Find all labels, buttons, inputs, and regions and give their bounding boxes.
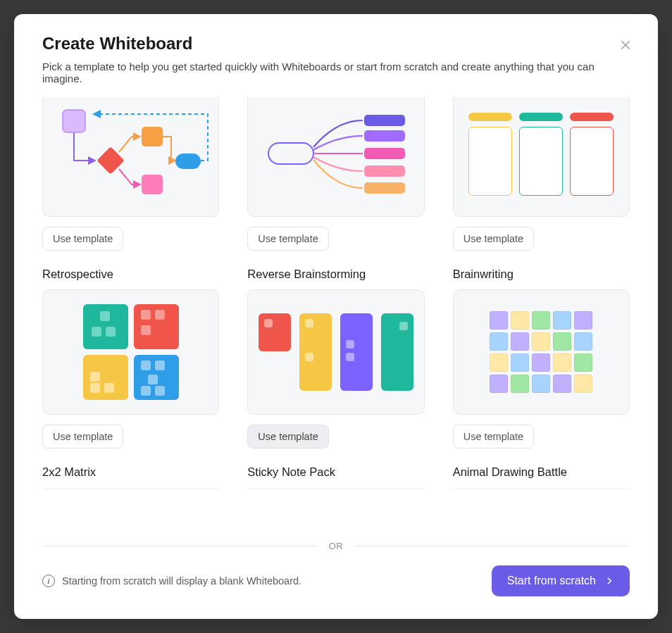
template-card-concept-mapping: Concept Mapping (247, 97, 424, 251)
templates-scroll-area[interactable]: Flow Chart (14, 97, 658, 527)
svg-rect-2 (63, 110, 85, 132)
template-preview-brainwriting[interactable] (453, 289, 630, 415)
svg-rect-9 (364, 130, 405, 142)
template-card-reverse-brainstorming: Reverse Brainstorming (247, 268, 424, 449)
template-card-animal-drawing-battle: Animal Drawing Battle Use template (453, 465, 630, 489)
chevron-right-icon (604, 576, 614, 586)
use-template-button[interactable]: Use template (247, 425, 328, 449)
template-title: Retrospective (42, 268, 219, 281)
templates-grid: Flow Chart (42, 97, 630, 489)
template-title: Brainwriting (453, 268, 630, 281)
template-title: 2x2 Matrix (42, 465, 219, 489)
svg-rect-12 (364, 182, 405, 194)
info-icon: i (42, 575, 55, 587)
start-from-scratch-label: Start from scratch (507, 575, 596, 587)
use-template-button[interactable]: Use template (453, 227, 534, 251)
divider-line (42, 546, 318, 546)
modal-header: Create Whiteboard Pick a template to hel… (14, 14, 658, 97)
svg-rect-7 (268, 143, 313, 164)
template-title: Reverse Brainstorming (247, 268, 424, 281)
svg-rect-8 (364, 115, 405, 126)
template-card-flow-chart: Flow Chart (42, 97, 219, 251)
use-template-button[interactable]: Use template (453, 425, 534, 449)
template-preview-retrospective[interactable] (42, 289, 219, 415)
divider: OR (14, 527, 658, 557)
divider-label: OR (329, 541, 344, 551)
divider-line (354, 546, 630, 546)
svg-rect-10 (364, 148, 405, 159)
close-button[interactable] (616, 35, 635, 55)
modal-subtitle: Pick a template to help you get started … (42, 61, 630, 84)
svg-rect-6 (175, 153, 201, 169)
svg-rect-4 (142, 127, 163, 146)
modal-footer: i Starting from scratch will display a b… (14, 557, 658, 619)
svg-rect-11 (364, 165, 405, 177)
template-title: Sticky Note Pack (247, 465, 424, 489)
close-icon (619, 39, 632, 51)
template-title: Animal Drawing Battle (453, 465, 630, 489)
template-preview-reverse-brainstorming[interactable] (247, 289, 424, 415)
template-card-2x2-matrix: 2x2 Matrix Use template (42, 465, 219, 489)
use-template-button[interactable]: Use template (247, 227, 328, 251)
create-whiteboard-modal: Create Whiteboard Pick a template to hel… (14, 14, 658, 619)
svg-rect-5 (142, 175, 163, 194)
template-preview-concept-mapping[interactable] (247, 97, 424, 217)
footer-info-text: Starting from scratch will display a bla… (62, 575, 301, 587)
template-card-stand-up: Stand-Up Use template (453, 97, 630, 251)
template-card-brainwriting: Brainwriting Use template (453, 268, 630, 449)
template-preview-flow-chart[interactable] (42, 97, 219, 217)
template-card-sticky-note-pack: Sticky Note Pack Use template (247, 465, 424, 489)
modal-title: Create Whiteboard (42, 34, 630, 54)
template-preview-stand-up[interactable] (453, 97, 630, 217)
footer-info: i Starting from scratch will display a b… (42, 575, 301, 587)
use-template-button[interactable]: Use template (42, 227, 123, 251)
use-template-button[interactable]: Use template (42, 425, 123, 449)
template-card-retrospective: Retrospective (42, 268, 219, 449)
start-from-scratch-button[interactable]: Start from scratch (492, 565, 630, 596)
